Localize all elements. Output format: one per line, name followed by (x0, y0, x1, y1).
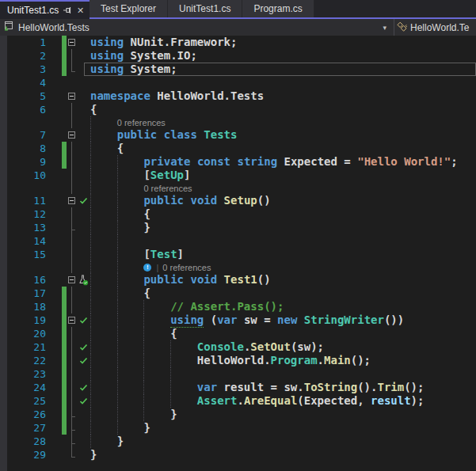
code-line-18[interactable]: 18 // Assert.Pass(); (0, 300, 476, 313)
info-icon[interactable]: ! (143, 264, 151, 272)
code-text[interactable]: { (89, 103, 476, 116)
tab-unittest1-active[interactable]: UnitTest1.cs ✕ (0, 0, 89, 19)
code-text[interactable]: var result = sw.ToString().Trim(); (89, 381, 476, 394)
indent-guide (90, 421, 91, 435)
test-status-margin[interactable] (78, 394, 89, 408)
code-text[interactable] (89, 234, 476, 248)
code-line-22[interactable]: 22 HelloWorld.Program.Main(); (0, 354, 476, 367)
codelens-references[interactable]: !|0 references (143, 263, 211, 272)
code-line-24[interactable]: 24 var result = sw.ToString().Trim(); (0, 381, 476, 394)
code-text[interactable]: } (89, 421, 476, 435)
line-number: 26 (0, 408, 46, 420)
code-text[interactable]: using System; (89, 63, 476, 76)
codelens-row[interactable]: !|0 references (0, 261, 476, 273)
code-line-13[interactable]: 13 } (0, 221, 476, 234)
code-text[interactable]: { (89, 142, 476, 155)
code-line-15[interactable]: 15 [Test] (0, 248, 476, 261)
codelens-label[interactable]: 0 references (162, 263, 211, 272)
fold-collapse-marker[interactable] (68, 197, 75, 204)
code-text[interactable] (89, 76, 476, 89)
code-text[interactable]: using (var sw = new StringWriter()) (89, 313, 476, 327)
tab-label: Test Explorer (101, 3, 156, 14)
code-text[interactable]: using System.IO; (89, 49, 476, 63)
fold-collapse-marker[interactable] (68, 317, 75, 324)
code-text[interactable] (89, 367, 476, 381)
test-status-margin[interactable] (78, 273, 89, 287)
test-status-margin[interactable] (78, 381, 89, 394)
test-status-margin[interactable] (78, 194, 89, 207)
code-line-3[interactable]: 3using System; (0, 63, 476, 76)
code-text[interactable]: Assert.AreEqual(Expected, result); (89, 394, 476, 408)
code-text[interactable]: namespace HelloWorld.Tests (89, 89, 476, 103)
codelens-text[interactable]: 0 references (89, 182, 476, 194)
code-line-4[interactable]: 4 (0, 76, 476, 89)
code-line-21[interactable]: 21 Console.SetOut(sw); (0, 340, 476, 354)
fold-collapse-marker[interactable] (68, 93, 75, 100)
codelens-row[interactable]: 0 references (0, 116, 476, 128)
code-line-16[interactable]: 16 public void Test1() (0, 273, 476, 287)
chevron-down-icon[interactable]: ▾ (383, 24, 387, 32)
tab-program[interactable]: Program.cs (242, 0, 314, 17)
code-line-14[interactable]: 14 (0, 234, 476, 248)
code-line-28[interactable]: 28 } (0, 435, 476, 448)
code-line-2[interactable]: 2using System.IO; (0, 49, 476, 63)
code-text[interactable]: { (89, 327, 476, 340)
codelens-row[interactable]: 0 references (0, 182, 476, 194)
codelens-label[interactable]: 0 references (143, 184, 192, 193)
code-line-25[interactable]: 25 Assert.AreEqual(Expected, result); (0, 394, 476, 408)
code-line-8[interactable]: 8 { (0, 142, 476, 155)
code-line-19[interactable]: 19 using (var sw = new StringWriter()) (0, 313, 476, 327)
code-line-7[interactable]: 7 public class Tests (0, 128, 476, 142)
code-text[interactable]: public void Test1() (89, 273, 476, 287)
pin-icon[interactable] (63, 5, 72, 16)
code-line-12[interactable]: 12 { (0, 207, 476, 221)
code-text[interactable]: public void Setup() (89, 194, 476, 207)
code-text[interactable]: } (89, 221, 476, 234)
code-line-9[interactable]: 9 private const string Expected = "Hello… (0, 155, 476, 169)
code-line-23[interactable]: 23 (0, 367, 476, 381)
tab-unittest1[interactable]: UnitTest1.cs (168, 0, 242, 17)
code-text[interactable]: } (89, 435, 476, 448)
code-line-5[interactable]: 5namespace HelloWorld.Tests (0, 89, 476, 103)
code-text[interactable]: // Assert.Pass(); (89, 300, 476, 313)
code-line-10[interactable]: 10 [SetUp] (0, 169, 476, 182)
project-scope-dropdown[interactable]: HelloWorld.Tests ▾ (0, 19, 394, 36)
codelens-references[interactable]: 0 references (117, 118, 166, 127)
code-text[interactable]: Console.SetOut(sw); (89, 340, 476, 354)
codelens-text[interactable]: !|0 references (89, 261, 476, 273)
test-status-margin[interactable] (78, 340, 89, 354)
test-status-margin[interactable] (78, 313, 89, 327)
codelens-label[interactable]: 0 references (117, 118, 166, 127)
type-member-dropdown[interactable]: HelloWorld.Te (394, 19, 476, 36)
fold-collapse-marker[interactable] (68, 39, 75, 46)
code-text[interactable]: [SetUp] (89, 169, 476, 182)
code-line-29[interactable]: 29} (0, 448, 476, 462)
tab-test-explorer[interactable]: Test Explorer (89, 0, 168, 17)
code-line-1[interactable]: 1using NUnit.Framework; (0, 36, 476, 49)
code-line-27[interactable]: 27 } (0, 421, 476, 435)
code-text[interactable]: public class Tests (89, 128, 476, 142)
code-text[interactable]: { (89, 287, 476, 300)
code-text[interactable]: { (89, 207, 476, 221)
code-line-20[interactable]: 20 { (0, 327, 476, 340)
indent-guide (143, 367, 144, 381)
code-line-6[interactable]: 6{ (0, 103, 476, 116)
code-text[interactable]: } (89, 408, 476, 421)
line-number: 2 (0, 50, 46, 62)
code-line-26[interactable]: 26 } (0, 408, 476, 421)
code-line-11[interactable]: 11 public void Setup() (0, 194, 476, 207)
test-status-margin[interactable] (78, 354, 89, 367)
close-icon[interactable]: ✕ (76, 5, 85, 16)
codelens-text[interactable]: 0 references (89, 116, 476, 128)
fold-collapse-marker[interactable] (68, 276, 75, 283)
fold-collapse-marker[interactable] (68, 131, 75, 139)
code-text[interactable]: private const string Expected = "Hello W… (89, 155, 476, 169)
code-text[interactable]: } (89, 448, 476, 462)
code-text[interactable]: [Test] (89, 248, 476, 261)
code-line-17[interactable]: 17 { (0, 287, 476, 300)
code-text[interactable]: HelloWorld.Program.Main(); (89, 354, 476, 367)
editor[interactable]: 1using NUnit.Framework;2using System.IO;… (0, 36, 476, 471)
code-text[interactable]: using NUnit.Framework; (89, 36, 476, 49)
codelens-references[interactable]: 0 references (143, 184, 192, 193)
change-tracking-margin (46, 194, 67, 207)
